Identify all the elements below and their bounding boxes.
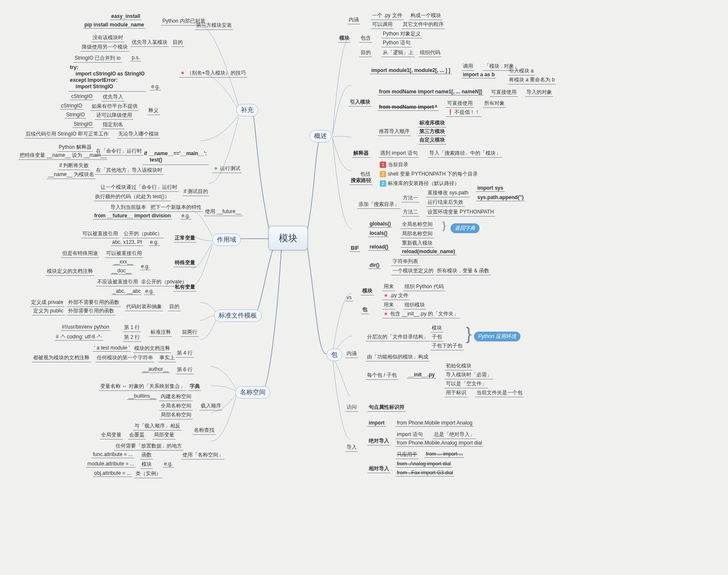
n: 访问: [345, 403, 358, 412]
n: 模块: [361, 287, 374, 295]
n: 后续代码引用 StringIO 即可正常工作: [24, 130, 110, 139]
n: 正常变量: [173, 234, 196, 243]
n: 使用「名称空间」: [181, 451, 225, 459]
n: 目的: [171, 38, 184, 47]
n: 外部需要引用的函数: [67, 307, 116, 315]
branch-scope[interactable]: 作用域: [212, 234, 241, 246]
branch-namespace[interactable]: 名称空间: [235, 386, 270, 399]
n: 使用 __future__: [204, 208, 243, 216]
n: 都被视为模块的文档注释: [32, 354, 91, 362]
n: 从「逻辑」上: [381, 49, 415, 57]
n: 组织代码: [419, 49, 442, 57]
n: BIF: [350, 245, 360, 252]
n: e.g.: [163, 460, 174, 468]
n: import: [367, 419, 386, 427]
n: 可以被直接引用: [81, 230, 119, 238]
n: 字典: [188, 382, 201, 391]
n: 组织 Python 代码: [403, 283, 445, 291]
branch-package[interactable]: 包: [326, 349, 342, 361]
n: 设置环境变量 PYTHONPATH: [426, 208, 495, 217]
n: 可直接使用: [446, 99, 474, 108]
n: 第三方模块安装: [195, 21, 233, 30]
n: 模块的文档注释: [133, 344, 171, 353]
n: import 语句: [396, 431, 424, 439]
n: cStringIO: [70, 93, 94, 100]
n: e.g.: [149, 239, 160, 246]
n: 第三方模块: [418, 127, 446, 136]
n: 遇到 import 语句: [379, 149, 419, 158]
n: 绝对导入: [367, 437, 390, 445]
n: 其它文件中的程序: [402, 20, 445, 29]
n-runtest: 运行测试: [212, 165, 242, 173]
branch-template[interactable]: 标准文件模板: [214, 309, 262, 322]
n: __init__.py: [407, 371, 436, 379]
code-main-test: if __name__=='__main__': test(): [142, 149, 208, 165]
n: 初始化模块: [445, 362, 473, 370]
n: 名称查找: [193, 426, 216, 435]
n: from modName import *: [378, 104, 439, 111]
n: 前两行: [181, 328, 199, 337]
n: from Phone.Mobile.Analog import dial: [396, 439, 483, 447]
n: reload(): [368, 243, 390, 251]
badge-python-env: Python 应用环境: [474, 332, 520, 341]
n: from ..Fax import G3.dial: [396, 469, 454, 477]
n: 代码封装和抽象: [125, 303, 163, 311]
n: pip install module_name: [83, 21, 145, 29]
n: 任何模块的第一个字符串: [95, 354, 154, 362]
n: 内建名称空间: [159, 393, 193, 401]
n: 包含 __init__.py 的「文件夹」: [382, 310, 460, 318]
n: 私有变量: [173, 283, 196, 292]
n: import sys: [476, 185, 505, 192]
n: module.attribute = ...: [86, 460, 136, 468]
n: 调用: [462, 62, 474, 71]
n: 模块定义的文档注释: [46, 267, 94, 276]
badge-return-dict: 返回字典: [451, 223, 480, 233]
n: 由「功能相似的模块」构成: [366, 353, 430, 361]
n: 包含: [359, 34, 372, 43]
n: # -*- coding: utf-8 -*-: [55, 333, 103, 341]
n: import module1[, module2[, ... ] ]: [370, 67, 451, 74]
n: 与「载入顺序」相反: [133, 422, 182, 431]
n: 句点属性标识符: [367, 403, 406, 412]
n: 任何需要「放置数据」的地方: [114, 442, 183, 451]
n: 第 2 行: [123, 333, 141, 342]
n: .py 文件: [382, 292, 410, 300]
n: 导入模块时「必需」: [445, 371, 493, 379]
central-topic[interactable]: 模块: [269, 226, 308, 250]
n: 将模块 a 重命名为 b: [508, 76, 556, 84]
n: cStringIO: [60, 102, 84, 110]
n: 全局名称空间: [159, 402, 193, 410]
n: 自定义模块: [418, 136, 446, 144]
n: abc, x123, PI: [111, 239, 143, 246]
n: 局部名称空间: [401, 230, 434, 238]
n: 包括: [359, 170, 372, 179]
n: 重新载入模块: [401, 239, 434, 248]
n: e.g.: [144, 288, 155, 295]
n: 优先导入: [101, 93, 124, 101]
n: StringIO: [72, 121, 94, 128]
n: __author__: [142, 366, 170, 373]
branch-overview[interactable]: 概述: [309, 130, 332, 142]
n: 内涵: [347, 16, 360, 24]
branch-supplement[interactable]: 补充: [236, 104, 258, 116]
n: 定义为 public: [32, 307, 65, 315]
n: 用于标识: [445, 389, 468, 397]
n: e.g.: [180, 212, 191, 220]
n: 导入的对象: [525, 88, 553, 97]
n: 添加「搜索目录」: [357, 200, 401, 209]
n: StringIO: [65, 111, 86, 118]
n: 可以被直接引用: [105, 249, 143, 258]
n: 直接修改 sys.path: [426, 189, 470, 197]
n: 特殊变量: [173, 259, 196, 267]
n: 推荐导入顺序: [378, 127, 411, 136]
n: 第 6 行: [176, 366, 194, 374]
n: 导入到当前版本: [109, 203, 147, 212]
n: e.g.: [150, 83, 161, 90]
n: 一个模块里定义的: [391, 267, 435, 275]
n: 用来: [382, 283, 395, 291]
n: 还可以降级使用: [95, 111, 133, 120]
n: easy_install: [110, 13, 142, 20]
n: StringIO 已合并到 io: [73, 54, 122, 63]
n: 第 1 行: [123, 324, 141, 332]
n: 引入模块: [349, 98, 372, 107]
